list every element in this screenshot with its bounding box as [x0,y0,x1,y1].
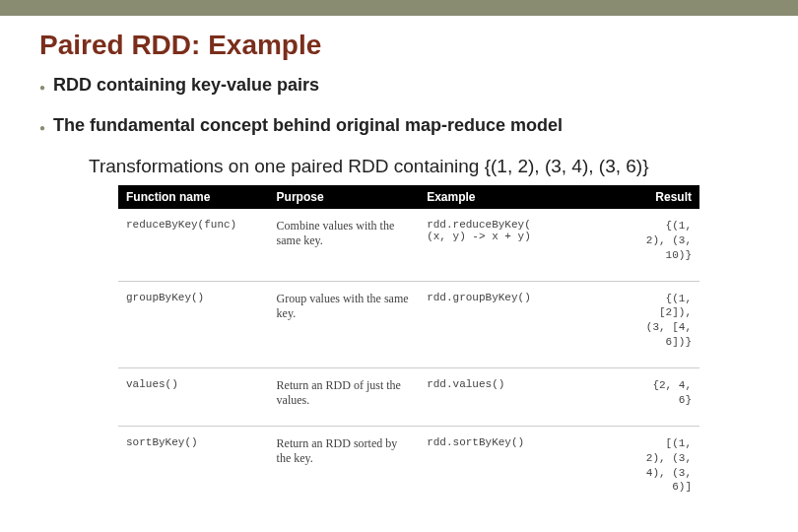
table-row: values() Return an RDD of just the value… [118,367,699,426]
table-header-result: Result [609,185,699,209]
cell-fn: reduceByKey(func) [118,209,269,281]
table-header-row: Function name Purpose Example Result [118,185,699,209]
slide-title: Paired RDD: Example [39,30,759,61]
table-header-example: Example [419,185,609,209]
table-row: sortByKey() Return an RDD sorted by the … [118,426,699,512]
table-caption: Transformations on one paired RDD contai… [89,156,759,177]
bullet-text: RDD containing key-value pairs [53,75,319,96]
cell-fn: values() [118,367,269,426]
cell-purpose: Group values with the same key. [269,281,420,367]
table-row: groupByKey() Group values with the same … [118,281,699,367]
cell-example: rdd.sortByKey() [419,426,609,512]
bullet-dot-icon: ● [39,82,45,93]
table-row: reduceByKey(func) Combine values with th… [118,209,699,281]
slide-top-bar [0,0,798,16]
cell-purpose: Combine values with the same key. [269,209,420,281]
transformations-table-wrap: Function name Purpose Example Result red… [118,185,699,512]
bullet-dot-icon: ● [39,122,45,133]
cell-purpose: Return an RDD of just the values. [269,367,420,426]
cell-result: [(1,2), (3,4), (3,6)] [609,426,699,512]
transformations-table: Function name Purpose Example Result red… [118,185,699,512]
cell-fn: groupByKey() [118,281,269,367]
bullet-text: The fundamental concept behind original … [53,115,563,136]
cell-fn: sortByKey() [118,426,269,512]
cell-result: {(1,[2]),(3, [4,6])} [609,281,699,367]
bullet-item: ● RDD containing key-value pairs [39,75,759,96]
slide-content: Paired RDD: Example ● RDD containing key… [0,16,798,512]
cell-example: rdd.values() [419,367,609,426]
bullet-item: ● The fundamental concept behind origina… [39,115,759,136]
cell-example: rdd.groupByKey() [419,281,609,367]
cell-result: {(1,2), (3,10)} [609,209,699,281]
cell-result: {2, 4,6} [609,367,699,426]
cell-purpose: Return an RDD sorted by the key. [269,426,420,512]
table-header-purpose: Purpose [269,185,420,209]
table-header-fn: Function name [118,185,269,209]
cell-example: rdd.reduceByKey((x, y) -> x + y) [419,209,609,281]
